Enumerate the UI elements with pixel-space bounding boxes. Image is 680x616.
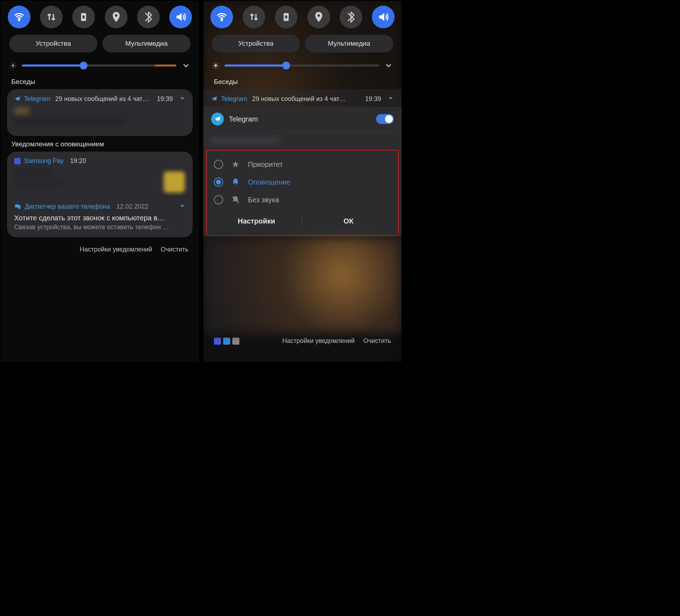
brightness-row — [1, 59, 199, 78]
wifi-toggle[interactable] — [210, 6, 233, 28]
option-label: Оповещение — [248, 178, 290, 186]
option-label: Приоритет — [248, 160, 283, 169]
data-swap-toggle[interactable] — [40, 6, 63, 28]
radio-unchecked-icon — [214, 160, 223, 169]
settings-button[interactable]: Настройки — [210, 212, 302, 230]
status-icons — [214, 338, 239, 345]
brightness-slider[interactable] — [22, 64, 176, 67]
svg-rect-13 — [14, 158, 21, 164]
bluetooth-toggle[interactable] — [137, 6, 160, 28]
notification-summary: 29 новых сообщений из 4 чат… — [55, 95, 151, 103]
svg-rect-2 — [83, 16, 85, 19]
bluetooth-toggle[interactable] — [340, 6, 362, 28]
brightness-slider[interactable] — [225, 64, 379, 67]
ok-button[interactable]: ОК — [302, 212, 395, 230]
brightness-row — [203, 59, 402, 78]
svg-line-10 — [15, 67, 16, 68]
notification-time: 19:39 — [365, 95, 381, 103]
svg-point-19 — [317, 14, 320, 17]
notification-content-redacted — [7, 169, 193, 197]
devices-pill[interactable]: Устройства — [9, 35, 97, 52]
brightness-icon — [9, 62, 17, 69]
notification-thumbnail — [164, 171, 185, 193]
samsung-pay-card[interactable]: Samsung Pay 19:20 Диспетчер вашего телеф… — [7, 152, 193, 237]
svg-point-0 — [18, 19, 19, 21]
blurred-notifications — [203, 237, 402, 333]
app-name: Диспетчер вашего телефона — [25, 203, 110, 210]
notification-subtitle: Связав устройства, вы можете оставить те… — [14, 224, 186, 231]
importance-options-highlighted: Приоритет Оповещение Без звука Настройки… — [206, 150, 399, 236]
expand-icon[interactable] — [179, 203, 186, 210]
option-label: Без звука — [248, 196, 279, 204]
data-swap-toggle[interactable] — [243, 6, 265, 28]
option-priority[interactable]: Приоритет — [210, 156, 395, 173]
svg-point-16 — [221, 19, 222, 21]
svg-line-28 — [217, 63, 218, 64]
your-phone-icon — [14, 203, 21, 210]
shade-footer: Настройки уведомлений Очистить — [203, 333, 402, 349]
lock-rotation-toggle[interactable] — [72, 6, 95, 28]
telegram-expanded-card: Telegram 29 новых сообщений из 4 чат… 19… — [203, 89, 402, 237]
radio-unchecked-icon — [214, 195, 223, 204]
notifications-master-switch[interactable] — [376, 114, 394, 124]
svg-line-12 — [15, 63, 16, 64]
qs-pill-row: Устройства Мультимедиа — [1, 32, 199, 59]
qs-pill-row: Устройства Мультимедиа — [203, 32, 402, 59]
shade-footer: Настройки уведомлений Очистить — [1, 242, 199, 258]
option-alert[interactable]: Оповещение — [210, 173, 395, 191]
svg-point-3 — [115, 14, 117, 17]
app-name: Telegram — [221, 95, 247, 103]
location-toggle[interactable] — [105, 6, 128, 28]
clear-all-button[interactable]: Очистить — [363, 337, 391, 345]
brightness-icon — [212, 62, 220, 69]
clear-all-button[interactable]: Очистить — [161, 246, 188, 253]
channel-name-redacted — [210, 136, 280, 145]
notification-content-redacted — [7, 107, 193, 136]
svg-point-4 — [12, 64, 14, 67]
location-toggle[interactable] — [307, 6, 330, 28]
pay-icon — [214, 338, 221, 345]
svg-line-25 — [214, 63, 214, 64]
collapse-icon[interactable] — [387, 95, 394, 103]
app-title: Telegram — [229, 115, 371, 123]
brightness-expand-icon[interactable] — [384, 61, 393, 70]
app-name: Samsung Pay — [24, 157, 64, 165]
brightness-expand-icon[interactable] — [181, 61, 191, 70]
telegram-circle-icon — [211, 113, 224, 125]
section-conversations: Беседы — [203, 78, 402, 89]
notification-settings-link[interactable]: Настройки уведомлений — [80, 246, 152, 253]
expand-icon[interactable] — [179, 95, 186, 103]
notification-time: 19:39 — [157, 95, 173, 103]
telegram-notification-card[interactable]: Telegram 29 новых сообщений из 4 чат… 19… — [7, 89, 193, 136]
svg-rect-18 — [285, 16, 288, 19]
notification-time: 19:20 — [70, 157, 86, 165]
option-silent[interactable]: Без звука — [210, 191, 395, 209]
devices-pill[interactable]: Устройства — [212, 35, 300, 52]
section-alerting: Уведомления с оповещением — [1, 140, 199, 152]
samsung-pay-icon — [14, 158, 21, 164]
star-icon — [231, 160, 240, 169]
screen-right-notification-shade: Устройства Мультимедиа Беседы Telegram 2… — [203, 1, 402, 362]
sound-toggle[interactable] — [169, 6, 192, 28]
section-conversations: Беседы — [1, 78, 199, 89]
lock-rotation-toggle[interactable] — [275, 6, 298, 28]
sound-toggle[interactable] — [372, 6, 395, 28]
image-icon — [232, 338, 239, 345]
phone-link-icon — [223, 338, 230, 345]
media-pill[interactable]: Мультимедиа — [102, 35, 191, 52]
svg-line-9 — [11, 63, 12, 64]
bell-icon — [231, 178, 240, 186]
notification-settings-link[interactable]: Настройки уведомлений — [282, 337, 355, 345]
svg-rect-15 — [18, 205, 21, 209]
wifi-toggle[interactable] — [8, 6, 30, 28]
svg-line-11 — [11, 67, 12, 68]
telegram-icon — [211, 96, 217, 102]
radio-checked-icon — [214, 177, 223, 187]
bell-off-icon — [231, 196, 240, 204]
svg-line-26 — [217, 67, 218, 68]
notification-channel-panel: Telegram Приоритет Оповещение — [203, 107, 402, 236]
notification-title: Хотите сделать этот звонок с компьютера … — [14, 214, 186, 222]
quick-settings-row — [203, 1, 402, 32]
media-pill[interactable]: Мультимедиа — [305, 35, 393, 52]
notification-summary: 29 новых сообщений из 4 чат… — [252, 95, 359, 103]
